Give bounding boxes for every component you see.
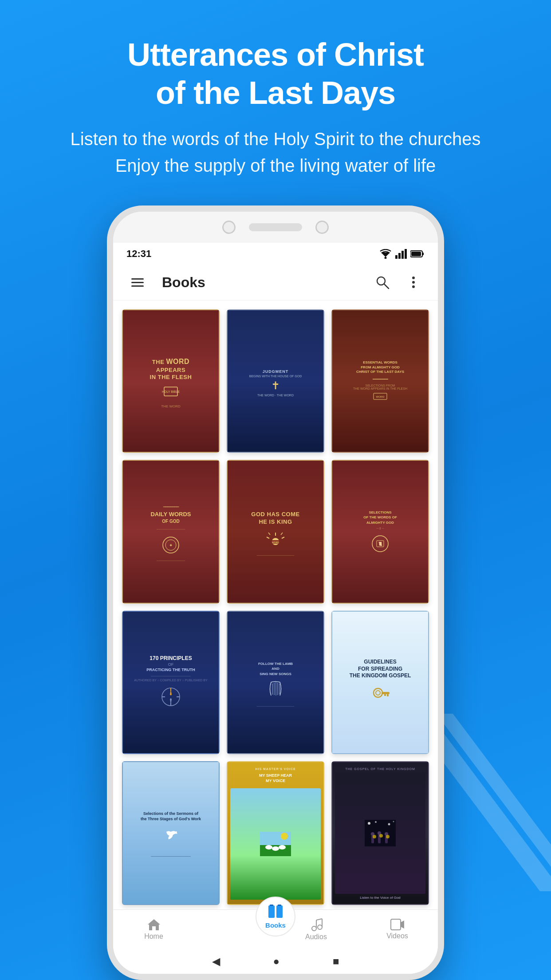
home-nav-icon (147, 918, 161, 931)
status-icons (379, 249, 425, 259)
home-button[interactable]: ● (273, 955, 280, 968)
svg-point-63 (393, 821, 394, 822)
search-icon (375, 275, 390, 289)
svg-line-29 (281, 533, 283, 535)
svg-text:✦: ✦ (169, 543, 173, 548)
svg-point-62 (388, 823, 390, 826)
svg-point-60 (368, 822, 370, 825)
svg-rect-51 (384, 694, 386, 696)
nav-videos-label: Videos (386, 932, 408, 940)
svg-point-61 (375, 821, 377, 823)
book-item-2[interactable]: JUDGMENT BEGINS WITH THE HOUSE OF GOD ✝ … (227, 309, 324, 453)
phone-mockup: 12:31 (0, 205, 551, 980)
book-item-3[interactable]: ESSENTIAL WORDSFROM ALMIGHTY GODCHRIST O… (331, 309, 429, 453)
system-nav: ◀ ● ■ (113, 949, 438, 974)
more-button[interactable] (402, 271, 425, 293)
svg-rect-10 (422, 253, 424, 255)
app-bar-title: Books (162, 274, 362, 291)
svg-point-14 (412, 277, 415, 279)
svg-marker-2 (381, 253, 390, 257)
svg-rect-8 (405, 249, 407, 259)
audios-nav-icon (310, 918, 323, 931)
wifi-icon (379, 249, 392, 259)
bottom-nav: Books Home 📖 Books (113, 909, 438, 949)
svg-point-56 (265, 845, 272, 850)
books-scroll: THE WORDAPPEARSIN THE FLESH HOLY BIBLE T… (113, 300, 438, 909)
svg-text:WORD: WORD (376, 395, 385, 398)
phone-camera-right (315, 221, 329, 234)
svg-line-13 (384, 284, 389, 288)
svg-point-72 (386, 835, 390, 838)
svg-rect-6 (398, 253, 401, 259)
nav-home[interactable]: Home (113, 918, 194, 940)
book-item-12[interactable]: THE GOSPEL OF THE HOLY KINGDOM (331, 761, 429, 905)
svg-rect-74 (276, 905, 283, 918)
phone-speaker (249, 223, 302, 231)
svg-text:HOLY BIBLE: HOLY BIBLE (162, 390, 180, 393)
book-item-8[interactable]: FOLLOW THE LAMBANDSING NEW SONGS (227, 611, 324, 755)
phone-camera-left (222, 221, 236, 234)
svg-point-48 (376, 691, 380, 695)
svg-point-78 (312, 926, 316, 931)
svg-point-15 (412, 281, 415, 284)
svg-rect-11 (411, 252, 421, 256)
battery-icon (410, 250, 425, 258)
book-item-5[interactable]: GOD HAS COMEHE IS KING (227, 460, 324, 604)
svg-rect-49 (382, 692, 390, 694)
book-item-11[interactable]: HIS MASTER'S VOICE MY SHEEP HEARMY VOICE (227, 761, 324, 905)
book-item-10[interactable]: Selections of the Sermons ofthe Three St… (122, 761, 220, 905)
phone-body: 12:31 (107, 205, 444, 980)
svg-line-26 (267, 537, 269, 538)
svg-rect-75 (270, 905, 273, 906)
svg-text:WORD: WORD (272, 541, 279, 544)
hamburger-icon (131, 278, 144, 287)
nav-home-label: Home (144, 933, 163, 940)
status-time: 12:31 (126, 248, 151, 260)
svg-marker-84 (401, 921, 404, 929)
svg-point-4 (385, 257, 387, 259)
svg-line-28 (268, 533, 270, 535)
back-button[interactable]: ◀ (212, 955, 220, 968)
books-active-icon (268, 904, 283, 920)
videos-nav-icon (390, 919, 405, 930)
svg-point-55 (281, 833, 288, 840)
hero-section: Utterances of Christof the Last Days Lis… (0, 0, 551, 197)
svg-point-47 (374, 688, 382, 697)
svg-text:📜: 📜 (378, 541, 382, 546)
hero-title: Utterances of Christof the Last Days (35, 36, 516, 112)
books-nav-label-active: Books (265, 921, 286, 929)
book-item-4[interactable]: ━━━━━━━ DAILY WORDSOF GOD ───────────── … (122, 460, 220, 604)
svg-point-57 (272, 846, 279, 851)
book-item-7[interactable]: 170 PRINCIPLES OF PRACTICING THE TRUTH ─… (122, 611, 220, 755)
books-active-circle: Books (256, 897, 295, 937)
book-item-6[interactable]: SELECTIONSOF THE WORDS OFALMIGHTY GOD ─ … (331, 460, 429, 604)
phone-top-bar (113, 212, 438, 243)
svg-rect-50 (387, 694, 389, 696)
recent-button[interactable]: ■ (333, 955, 339, 968)
signal-icon (395, 249, 407, 259)
book-item-9[interactable]: GUIDELINESFOR SPREADINGTHE KINGDOM GOSPE… (331, 611, 429, 755)
book-item-1[interactable]: THE WORDAPPEARSIN THE FLESH HOLY BIBLE T… (122, 309, 220, 453)
svg-point-71 (379, 834, 383, 838)
svg-point-52 (175, 831, 177, 833)
menu-button[interactable] (126, 271, 149, 293)
svg-rect-76 (278, 905, 281, 906)
svg-point-58 (279, 845, 286, 850)
book-title-1: THE WORDAPPEARSIN THE FLESH (150, 357, 192, 382)
svg-marker-77 (148, 919, 160, 930)
svg-point-16 (412, 285, 415, 288)
svg-marker-40 (170, 689, 172, 695)
hero-subtitle-line1: Listen to the words of the Holy Spirit t… (35, 126, 516, 179)
svg-line-27 (282, 537, 284, 538)
svg-line-82 (316, 919, 322, 920)
search-button[interactable] (371, 271, 394, 293)
nav-audios-label: Audios (305, 933, 327, 941)
book-title-12: Listen to the Voice of God (360, 896, 401, 900)
svg-rect-73 (268, 905, 275, 918)
svg-point-79 (318, 925, 322, 929)
svg-rect-7 (401, 251, 404, 259)
app-bar: Books (113, 265, 438, 300)
books-grid: THE WORDAPPEARSIN THE FLESH HOLY BIBLE T… (122, 309, 429, 909)
nav-videos[interactable]: Videos (357, 919, 438, 940)
svg-rect-83 (391, 919, 401, 930)
